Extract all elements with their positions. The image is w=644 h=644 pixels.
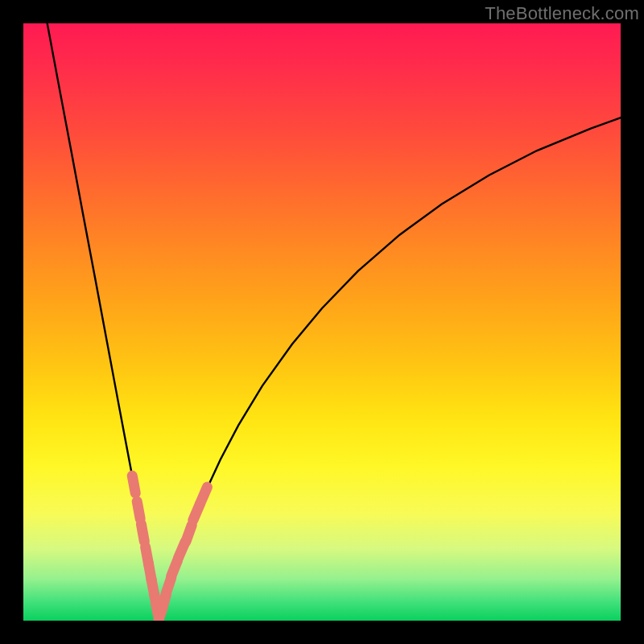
curves-svg	[23, 23, 621, 621]
marker-right-branch-markers-5	[186, 525, 192, 542]
marker-left-branch-markers-0	[132, 476, 135, 493]
marker-left-branch-markers-2	[141, 524, 144, 542]
marker-right-branch-markers-7	[200, 487, 208, 503]
curve-right-branch	[159, 118, 621, 619]
plot-area	[23, 23, 621, 621]
chart-stage: TheBottleneck.com	[0, 0, 644, 644]
watermark-text: TheBottleneck.com	[485, 3, 639, 24]
marker-left-branch-markers-1	[137, 502, 140, 519]
